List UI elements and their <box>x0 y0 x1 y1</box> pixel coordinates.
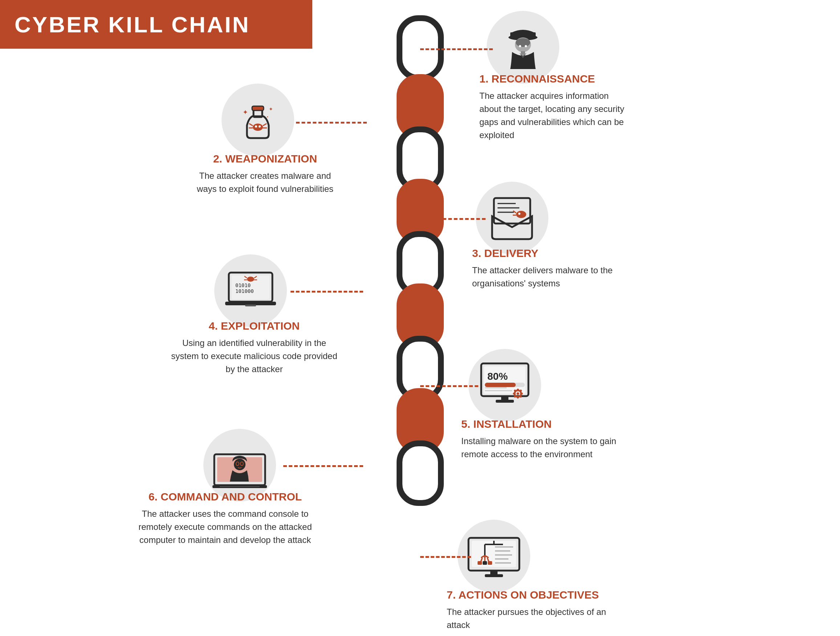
step4-dashed-line <box>291 291 363 293</box>
svg-text:✦: ✦ <box>269 106 273 112</box>
step7-title: 7. ACTIONS ON OBJECTIVES <box>447 589 628 601</box>
svg-rect-81 <box>488 561 492 565</box>
svg-rect-54 <box>520 392 523 394</box>
svg-rect-47 <box>501 396 508 400</box>
step2-title: 2. WEAPONIZATION <box>189 153 341 165</box>
step5-description: Installing malware on the system to gain… <box>461 435 625 461</box>
step3-description: The attacker delivers malware to the org… <box>472 264 625 290</box>
step5-text-block: 5. INSTALLATION Installing malware on th… <box>461 418 625 461</box>
svg-point-4 <box>519 45 521 47</box>
svg-point-9 <box>253 123 263 131</box>
svg-rect-48 <box>496 400 514 403</box>
step7-description: The attacker pursues the objectives of a… <box>447 606 628 632</box>
svg-rect-72 <box>485 574 503 577</box>
step1-description: The attacker acquires information about … <box>479 89 632 142</box>
svg-line-27 <box>492 216 512 227</box>
svg-point-50 <box>516 392 519 395</box>
step1-title: 1. RECONNAISSANCE <box>479 73 632 85</box>
step6-description: The attacker uses the command console to… <box>134 507 316 547</box>
header-banner: CYBER KILL CHAIN <box>0 0 312 49</box>
page-title: CYBER KILL CHAIN <box>14 12 250 38</box>
svg-point-3 <box>516 38 530 47</box>
svg-point-66 <box>241 462 243 465</box>
chain-link-1 <box>396 15 444 81</box>
installation-icon: 80% <box>479 362 530 409</box>
step2-dashed-line <box>296 122 367 123</box>
step4-title: 4. EXPLOITATION <box>171 320 338 332</box>
step4-text-block: 4. EXPLOITATION Using an identified vuln… <box>171 320 338 376</box>
exploitation-icon: 01010 101000 <box>225 269 276 313</box>
svg-rect-44 <box>485 383 516 387</box>
step7-text-block: 7. ACTIONS ON OBJECTIVES The attacker pu… <box>447 589 628 632</box>
step2-description: The attacker creates malware and ways to… <box>189 169 341 196</box>
step5-title: 5. INSTALLATION <box>461 418 625 430</box>
svg-rect-52 <box>517 396 519 398</box>
svg-text:•: • <box>267 115 268 119</box>
step3-dashed-line <box>420 218 486 220</box>
step1-dashed-line <box>420 48 493 50</box>
svg-rect-53 <box>513 392 516 394</box>
step7-dashed-line <box>420 556 471 558</box>
chain-link-9 <box>396 440 444 506</box>
svg-rect-71 <box>490 570 497 574</box>
step3-title: 3. DELIVERY <box>472 247 625 259</box>
svg-point-5 <box>525 45 527 47</box>
svg-text:✦: ✦ <box>243 109 248 116</box>
step4-icon-circle: 01010 101000 <box>214 255 287 327</box>
weaponization-icon: ✦ ✦ • <box>236 98 279 142</box>
svg-point-65 <box>237 462 238 465</box>
step3-icon-circle <box>476 182 548 255</box>
svg-point-23 <box>516 211 526 218</box>
svg-rect-51 <box>517 389 519 391</box>
step5-icon-circle: 80% <box>469 349 541 422</box>
svg-point-15 <box>259 125 261 128</box>
step1-text-block: 1. RECONNAISSANCE The attacker acquires … <box>479 73 632 142</box>
chain-container <box>391 22 449 499</box>
svg-rect-80 <box>483 561 487 565</box>
svg-point-26 <box>518 213 520 215</box>
svg-point-62 <box>234 459 245 470</box>
step6-title: 6. COMMAND AND CONTROL <box>134 490 316 503</box>
svg-rect-1 <box>510 32 536 38</box>
reconnaissance-icon <box>501 24 545 71</box>
step6-dashed-line <box>283 465 363 467</box>
svg-rect-6 <box>521 51 525 55</box>
svg-text:101000: 101000 <box>235 288 254 294</box>
svg-text:80%: 80% <box>487 371 508 382</box>
delivery-icon <box>488 196 536 240</box>
svg-point-31 <box>247 277 254 282</box>
svg-rect-39 <box>245 305 256 306</box>
step3-text-block: 3. DELIVERY The attacker delivers malwar… <box>472 247 625 290</box>
svg-rect-8 <box>252 106 264 111</box>
svg-text:01010: 01010 <box>235 282 251 288</box>
command-control-icon <box>212 440 267 490</box>
svg-line-12 <box>263 123 267 126</box>
svg-line-10 <box>249 123 253 126</box>
actions-objectives-icon <box>467 531 521 582</box>
step6-text-block: 6. COMMAND AND CONTROL The attacker uses… <box>134 490 316 547</box>
step5-dashed-line <box>420 385 478 387</box>
step4-description: Using an identified vulnerability in the… <box>171 337 338 376</box>
step2-icon-circle: ✦ ✦ • <box>221 84 294 156</box>
svg-rect-79 <box>478 561 482 565</box>
svg-point-14 <box>255 125 257 128</box>
step2-text-block: 2. WEAPONIZATION The attacker creates ma… <box>189 153 341 196</box>
